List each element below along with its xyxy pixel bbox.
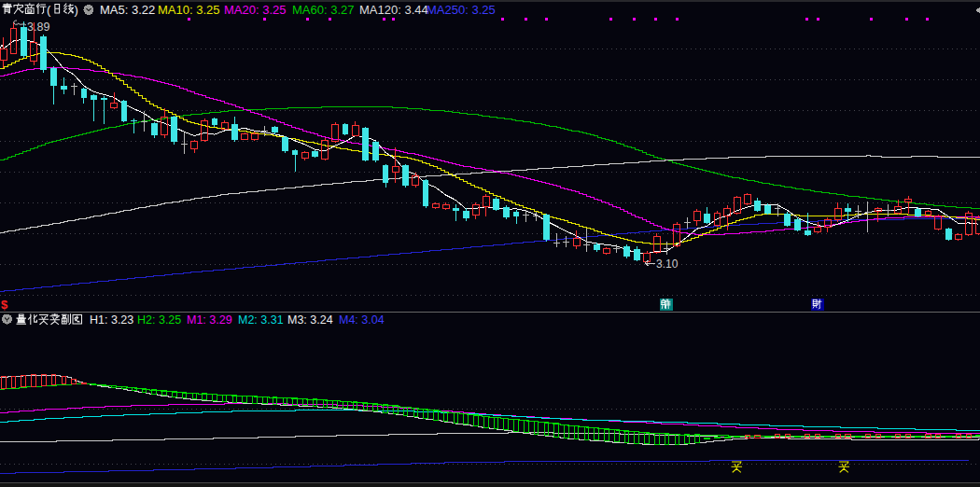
svg-text:MA60: 3.27: MA60: 3.27 <box>292 3 355 17</box>
svg-text:M1: 3.29: M1: 3.29 <box>187 313 232 327</box>
svg-text:M3: 3.24: M3: 3.24 <box>287 313 333 327</box>
svg-text:M2: 3.31: M2: 3.31 <box>238 313 284 327</box>
svg-text:MA250: 3.25: MA250: 3.25 <box>427 3 496 17</box>
svg-text:MA5: 3.22: MA5: 3.22 <box>100 3 155 17</box>
svg-text:3.89: 3.89 <box>27 21 49 34</box>
svg-text:M4: 3.04: M4: 3.04 <box>339 313 385 327</box>
svg-text:H1: 3.23: H1: 3.23 <box>90 313 133 327</box>
svg-text:): ) <box>75 3 78 17</box>
svg-text:MA20: 3.25: MA20: 3.25 <box>224 3 287 17</box>
svg-text:H2: 3.25: H2: 3.25 <box>137 313 181 327</box>
svg-text:$: $ <box>1 298 8 312</box>
svg-text:3.10: 3.10 <box>656 257 679 271</box>
svg-text:(: ( <box>47 3 51 17</box>
svg-text:MA120: 3.44: MA120: 3.44 <box>359 3 428 17</box>
svg-text:MA10: 3.25: MA10: 3.25 <box>158 3 220 17</box>
